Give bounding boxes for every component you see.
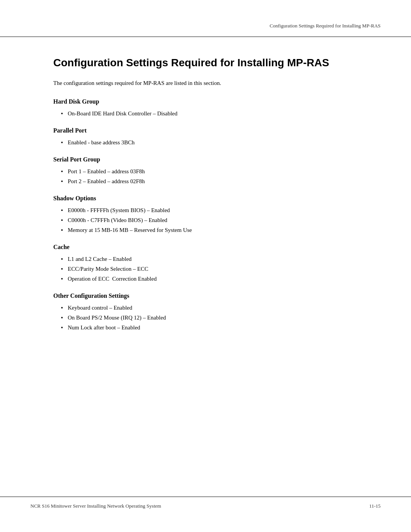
- bullet-list-other-config: Keyboard control – Enabled On Board PS/2…: [53, 303, 358, 332]
- list-item: Memory at 15 MB-16 MB – Reserved for Sys…: [61, 225, 358, 235]
- page-footer: NCR S16 Minitower Server Installing Netw…: [0, 497, 411, 509]
- list-item: Port 1 – Enabled – address 03F8h: [61, 167, 358, 176]
- list-item-keyboard: Keyboard control – Enabled: [61, 303, 358, 312]
- page-title: Configuration Settings Required for Inst…: [53, 56, 358, 70]
- page-wrapper: Configuration Settings Required for Inst…: [0, 0, 411, 532]
- main-content: Configuration Settings Required for Inst…: [0, 48, 411, 497]
- list-item-numlock: Num Lock after boot – Enabled: [61, 323, 358, 332]
- bullet-list-shadow-options: E0000h - FFFFFh (System BIOS) – Enabled …: [53, 206, 358, 235]
- list-item: Enabled - base address 3BCh: [61, 138, 358, 147]
- list-item: C0000h - C7FFFh (Video BIOS) – Enabled: [61, 216, 358, 225]
- intro-paragraph: The configuration settings required for …: [53, 79, 358, 88]
- section-heading-other-config: Other Configuration Settings: [53, 292, 358, 299]
- footer-left: NCR S16 Minitower Server Installing Netw…: [30, 503, 161, 509]
- list-item-mouse: On Board PS/2 Mouse (IRQ 12) – Enabled: [61, 313, 358, 322]
- section-heading-shadow-options: Shadow Options: [53, 195, 358, 202]
- section-heading-cache: Cache: [53, 244, 358, 251]
- bullet-list-cache: L1 and L2 Cache – Enabled ECC/Parity Mod…: [53, 254, 358, 283]
- list-item: Operation of ECC Correction Enabled: [61, 274, 358, 283]
- bullet-list-serial-port-group: Port 1 – Enabled – address 03F8h Port 2 …: [53, 167, 358, 186]
- section-heading-serial-port-group: Serial Port Group: [53, 156, 358, 163]
- list-item: E0000h - FFFFFh (System BIOS) – Enabled: [61, 206, 358, 215]
- section-heading-hard-disk-group: Hard Disk Group: [53, 98, 358, 105]
- footer-right: 11-15: [369, 503, 381, 509]
- bullet-list-parallel-port: Enabled - base address 3BCh: [53, 138, 358, 147]
- section-heading-parallel-port: Parallel Port: [53, 127, 358, 134]
- list-item: ECC/Parity Mode Selection – ECC: [61, 264, 358, 273]
- list-item: Port 2 – Enabled – address 02F8h: [61, 177, 358, 186]
- page-header: Configuration Settings Required for Inst…: [0, 23, 411, 37]
- list-item: L1 and L2 Cache – Enabled: [61, 254, 358, 264]
- bullet-list-hard-disk-group: On-Board IDE Hard Disk Controller – Disa…: [53, 109, 358, 118]
- list-item: On-Board IDE Hard Disk Controller – Disa…: [61, 109, 358, 118]
- header-title: Configuration Settings Required for Inst…: [270, 23, 381, 29]
